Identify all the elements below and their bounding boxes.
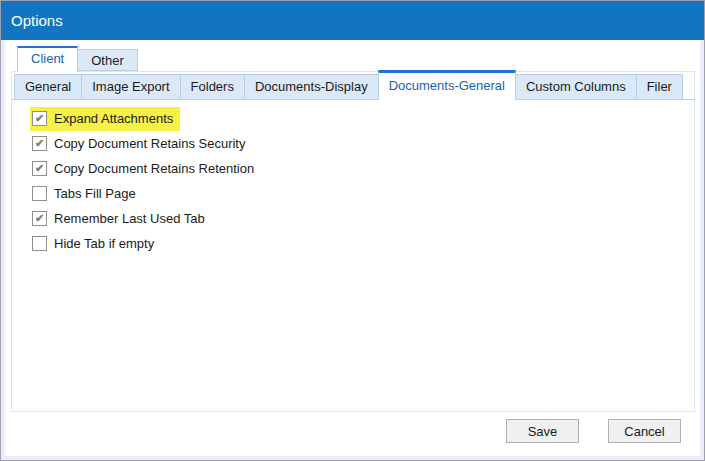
tab-other[interactable]: Other [77, 49, 138, 71]
checkbox-copy-document-retains-retention[interactable]: ✔ [32, 161, 47, 176]
checkbox-label: Hide Tab if empty [54, 236, 154, 251]
save-button[interactable]: Save [506, 419, 579, 443]
footer: Save Cancel [506, 419, 681, 443]
tab-image-export[interactable]: Image Export [81, 74, 180, 99]
option-box: Hide Tab if empty [30, 232, 161, 256]
cancel-button[interactable]: Cancel [608, 419, 681, 443]
checkbox-label: Copy Document Retains Security [54, 136, 245, 151]
tab-filer[interactable]: Filer [636, 74, 683, 99]
tab-folders[interactable]: Folders [180, 74, 245, 99]
options-list: ✔Expand Attachments✔Copy Document Retain… [32, 106, 694, 256]
option-row: ✔Copy Document Retains Security [32, 131, 694, 156]
option-row: ✔Copy Document Retains Retention [32, 156, 694, 181]
option-box: ✔Remember Last Used Tab [30, 207, 212, 231]
tab-documents-general[interactable]: Documents-General [378, 70, 516, 100]
tab-custom-columns[interactable]: Custom Columns [515, 74, 637, 99]
option-row: ✔Expand Attachments [32, 106, 694, 131]
option-row: Tabs Fill Page [32, 181, 694, 206]
highlighted-option: ✔Expand Attachments [30, 107, 180, 131]
checkbox-label: Tabs Fill Page [54, 186, 136, 201]
dialog-content: ClientOther GeneralImage ExportFoldersDo… [5, 40, 700, 456]
option-row: ✔Remember Last Used Tab [32, 206, 694, 231]
tab-general[interactable]: General [14, 74, 82, 99]
client-tab-page: GeneralImage ExportFoldersDocuments-Disp… [11, 71, 695, 412]
tab-client[interactable]: Client [17, 46, 78, 72]
option-box: Tabs Fill Page [30, 182, 143, 206]
checkbox-remember-last-used-tab[interactable]: ✔ [32, 211, 47, 226]
checkbox-hide-tab-if-empty[interactable] [32, 236, 47, 251]
option-row: Hide Tab if empty [32, 231, 694, 256]
checkbox-label: Remember Last Used Tab [54, 211, 205, 226]
secondary-tabs: GeneralImage ExportFoldersDocuments-Disp… [12, 72, 694, 100]
window-title: Options [11, 12, 63, 29]
checkbox-expand-attachments[interactable]: ✔ [32, 111, 47, 126]
options-dialog: Options ClientOther GeneralImage ExportF… [0, 0, 705, 461]
tab-documents-display[interactable]: Documents-Display [244, 74, 379, 99]
option-box: ✔Copy Document Retains Security [30, 132, 252, 156]
primary-tabs: ClientOther [17, 46, 138, 71]
checkbox-label: Copy Document Retains Retention [54, 161, 254, 176]
checkbox-tabs-fill-page[interactable] [32, 186, 47, 201]
checkbox-label: Expand Attachments [54, 111, 173, 126]
option-box: ✔Copy Document Retains Retention [30, 157, 261, 181]
titlebar[interactable]: Options [1, 1, 704, 40]
checkbox-copy-document-retains-security[interactable]: ✔ [32, 136, 47, 151]
